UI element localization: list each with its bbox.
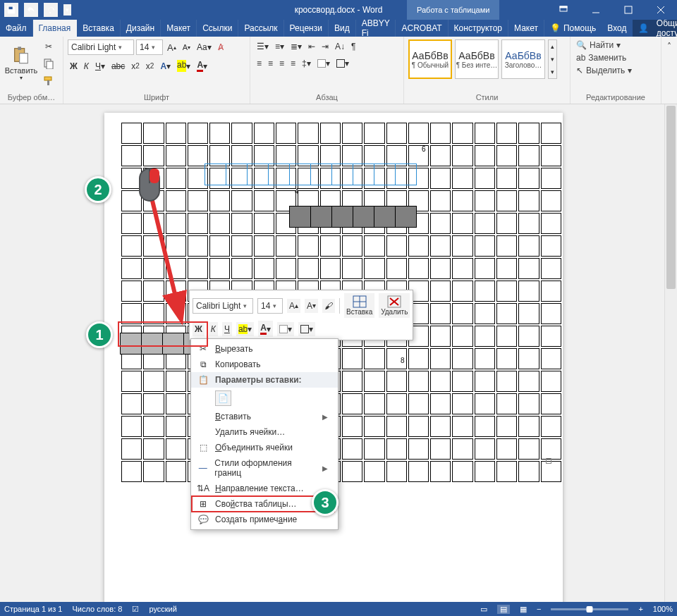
sign-in[interactable]: Вход — [602, 20, 632, 37]
tab-table-layout[interactable]: Макет — [508, 20, 544, 37]
cut-button[interactable]: ✂ — [41, 39, 56, 54]
numbering-button[interactable]: ≡▾ — [273, 39, 286, 54]
mini-underline[interactable]: Ч — [222, 322, 232, 336]
scroll-thumb[interactable] — [666, 106, 676, 289]
undo-button[interactable] — [24, 3, 38, 17]
multilevel-button[interactable]: ≣▾ — [288, 39, 304, 54]
underline-button[interactable]: Ч▾ — [93, 59, 107, 73]
align-left-button[interactable]: ≡ — [255, 56, 264, 70]
strike-button[interactable]: abc — [109, 59, 127, 73]
qat-dropdown[interactable]: ▾ — [63, 4, 71, 16]
minimize-button[interactable] — [580, 0, 612, 20]
paste-button[interactable]: Вставить ▾ — [4, 39, 38, 85]
select-button[interactable]: ↖Выделить ▾ — [575, 65, 633, 76]
view-print-layout[interactable]: ▤ — [497, 605, 510, 614]
align-center-button[interactable]: ≡ — [266, 56, 275, 70]
font-family-combo[interactable]: Calibri Light▾ — [68, 39, 134, 55]
format-painter-button[interactable] — [41, 73, 56, 89]
mini-size-combo[interactable]: 14▾ — [257, 298, 283, 314]
zoom-in[interactable]: + — [638, 605, 642, 613]
mini-font-color[interactable]: A▾ — [258, 321, 273, 337]
collapse-ribbon-button[interactable]: ˄ — [665, 39, 673, 54]
font-color-button[interactable]: A▾ — [195, 58, 209, 74]
font-size-combo[interactable]: 14▾ — [136, 39, 163, 55]
zoom-slider[interactable] — [551, 608, 628, 610]
italic-button[interactable]: К — [82, 59, 91, 73]
ctx-copy[interactable]: ⧉Копировать — [191, 357, 338, 372]
tab-mailings[interactable]: Рассылк — [238, 20, 283, 37]
find-button[interactable]: 🔍Найти ▾ — [575, 39, 622, 51]
justify-button[interactable]: ≡ — [288, 56, 298, 70]
tab-table-design[interactable]: Конструктор — [449, 20, 508, 37]
line-spacing-button[interactable]: ‡▾ — [300, 56, 313, 70]
ctx-insert[interactable]: Вставить▶ — [191, 409, 338, 424]
tab-home[interactable]: Главная — [33, 20, 78, 37]
mini-shading[interactable]: ▾ — [277, 322, 294, 336]
mini-font-combo[interactable]: Calibri Light▾ — [193, 298, 253, 314]
redo-button[interactable] — [44, 3, 58, 17]
close-button[interactable] — [645, 0, 677, 20]
zoom-level[interactable]: 100% — [653, 605, 673, 613]
styles-expand[interactable]: ▾ — [549, 66, 556, 78]
ctx-border-styles[interactable]: —Стили оформления границ▶ — [191, 455, 338, 481]
text-effects-button[interactable]: A▾ — [158, 59, 173, 73]
tab-layout[interactable]: Макет — [161, 20, 197, 37]
mini-grow-font[interactable]: A▴ — [287, 299, 300, 313]
change-case-button[interactable]: Aa▾ — [195, 40, 214, 54]
mini-delete-button[interactable]: Удалить — [379, 293, 410, 318]
zoom-out[interactable]: − — [537, 605, 541, 613]
styles-scroll-up[interactable]: ▴ — [549, 40, 556, 53]
show-marks-button[interactable]: ¶ — [349, 39, 358, 54]
table-resize-handle[interactable] — [546, 458, 551, 464]
highlight-button[interactable]: ab▾ — [175, 58, 193, 74]
grow-font-button[interactable]: A▴ — [165, 40, 178, 55]
style-normal[interactable]: АаБбВв ¶ Обычный — [408, 39, 452, 79]
mini-italic[interactable]: К — [209, 322, 218, 336]
mini-format-painter[interactable]: 🖌 — [322, 299, 335, 313]
status-language[interactable]: русский — [149, 605, 176, 613]
tab-file[interactable]: Файл — [0, 20, 33, 37]
ctx-delete-cells[interactable]: Удалить ячейки… — [191, 424, 338, 440]
paste-keep-source-icon[interactable]: 📄 — [215, 390, 231, 406]
subscript-button[interactable]: x2 — [129, 59, 142, 73]
view-read-mode[interactable]: ▭ — [480, 605, 487, 614]
tell-me[interactable]: 💡Помощь — [544, 20, 602, 37]
tab-insert[interactable]: Вставка — [77, 20, 121, 37]
tab-abbyy[interactable]: ABBYY Fi — [356, 20, 396, 37]
vertical-scrollbar[interactable] — [664, 104, 677, 602]
clear-format-button[interactable]: A̷ — [216, 40, 226, 54]
bullets-button[interactable]: ☰▾ — [255, 39, 271, 54]
superscript-button[interactable]: x2 — [144, 59, 157, 73]
bold-button[interactable]: Ж — [68, 59, 80, 73]
save-button[interactable] — [4, 3, 18, 17]
mini-insert-button[interactable]: Вставка — [344, 293, 374, 318]
styles-scroll-down[interactable]: ▾ — [549, 53, 556, 66]
tab-view[interactable]: Вид — [329, 20, 356, 37]
maximize-button[interactable] — [612, 0, 645, 20]
borders-button[interactable]: ▾ — [334, 56, 351, 70]
tab-design[interactable]: Дизайн — [121, 20, 161, 37]
status-words[interactable]: Число слов: 8 — [72, 605, 122, 613]
ctx-cut[interactable]: ✂Вырезать — [191, 341, 338, 357]
mini-highlight[interactable]: ab▾ — [236, 322, 254, 336]
increase-indent-button[interactable]: ⇥ — [319, 39, 331, 54]
spellcheck-icon[interactable]: ☑ — [132, 605, 139, 614]
share-button[interactable]: 👤 Общий доступ — [633, 20, 678, 37]
shading-button[interactable]: ▾ — [315, 56, 332, 70]
decrease-indent-button[interactable]: ⇤ — [306, 39, 317, 54]
tab-references[interactable]: Ссылки — [197, 20, 238, 37]
ctx-paste-option[interactable]: 📄 — [191, 388, 338, 409]
tab-review[interactable]: Рецензи — [284, 20, 329, 37]
mini-borders[interactable]: ▾ — [298, 322, 315, 336]
mini-bold[interactable]: Ж — [193, 322, 205, 336]
align-right-button[interactable]: ≡ — [277, 56, 286, 70]
ctx-merge-cells[interactable]: ⬚Объединить ячейки — [191, 440, 338, 455]
ribbon-display-button[interactable] — [547, 0, 580, 20]
style-heading1[interactable]: АаБбВв Заголово… — [501, 39, 545, 79]
replace-button[interactable]: abЗаменить — [575, 52, 628, 63]
ctx-new-comment[interactable]: 💬Создать примечание — [191, 512, 338, 527]
tab-acrobat[interactable]: ACROBAT — [396, 20, 448, 37]
status-page[interactable]: Страница 1 из 1 — [4, 605, 62, 613]
shrink-font-button[interactable]: A▾ — [181, 41, 193, 54]
mini-shrink-font[interactable]: A▾ — [305, 299, 318, 313]
